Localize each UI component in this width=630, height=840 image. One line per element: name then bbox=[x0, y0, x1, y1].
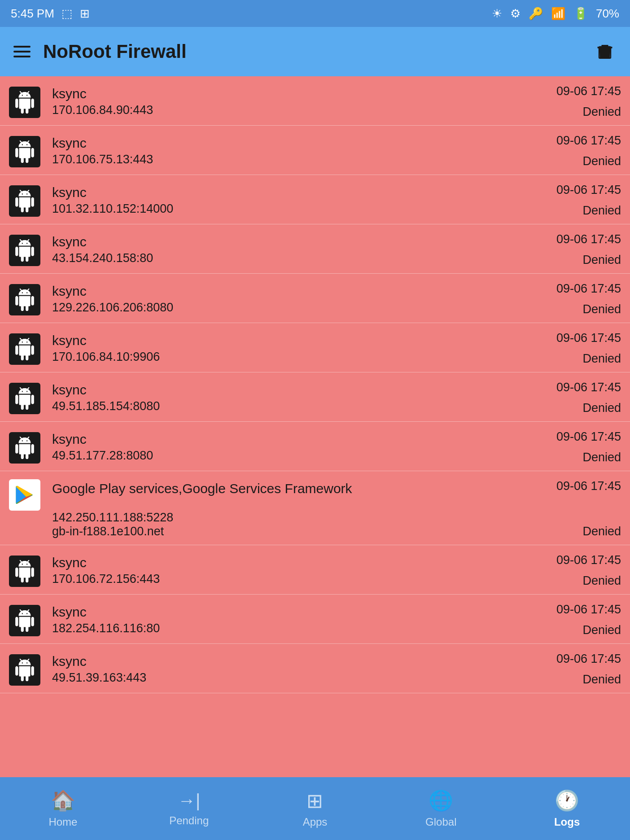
log-timestamp: 09-06 17:45 bbox=[556, 553, 621, 567]
nav-apps-label: Apps bbox=[303, 816, 328, 828]
svg-rect-3 bbox=[602, 45, 608, 47]
log-item[interactable]: ksync170.106.84.10:990609-06 17:45Denied bbox=[0, 323, 630, 372]
log-item[interactable]: ksync129.226.106.206:808009-06 17:45Deni… bbox=[0, 274, 630, 323]
nav-pending[interactable]: →| Pending bbox=[126, 777, 252, 840]
app-icon bbox=[9, 87, 40, 118]
app-icon bbox=[9, 284, 40, 315]
nav-logs-label: Logs bbox=[554, 816, 580, 828]
app-bar-left: NoRoot Firewall bbox=[13, 41, 187, 62]
app-icon bbox=[9, 479, 40, 511]
nav-home-label: Home bbox=[48, 816, 77, 828]
app-icon bbox=[9, 605, 40, 636]
log-timestamp: 09-06 17:45 bbox=[556, 652, 621, 666]
app-address: 49.51.185.154:8080 bbox=[45, 399, 556, 413]
nav-apps[interactable]: ⊞ Apps bbox=[252, 777, 378, 840]
log-item[interactable]: ksync43.154.240.158:8009-06 17:45Denied bbox=[0, 224, 630, 274]
app-address: 142.250.111.188:5228 bbox=[45, 511, 556, 525]
status-bar: 5:45 PM ⬚ ⊞ ☀ ⚙ 🔑 📶 🔋 70% bbox=[0, 0, 630, 27]
nav-home[interactable]: 🏠 Home bbox=[0, 777, 126, 840]
app-address: 182.254.116.116:80 bbox=[45, 621, 556, 635]
screenshot-icon: ⬚ bbox=[61, 7, 73, 21]
log-status: Denied bbox=[556, 574, 621, 590]
app-address: 101.32.110.152:14000 bbox=[45, 202, 556, 216]
app-name: ksync bbox=[45, 652, 556, 669]
log-timestamp: 09-06 17:45 bbox=[556, 603, 621, 617]
app-bar: NoRoot Firewall bbox=[0, 27, 630, 76]
app-icon bbox=[9, 136, 40, 167]
log-status: Denied bbox=[556, 154, 621, 170]
app-address: 49.51.177.28:8080 bbox=[45, 449, 556, 463]
app-name: ksync bbox=[45, 381, 556, 398]
app-address: 170.106.84.10:9906 bbox=[45, 350, 556, 364]
app-address: 129.226.106.206:8080 bbox=[45, 301, 556, 315]
log-status: Denied bbox=[556, 204, 621, 219]
app-name: ksync bbox=[45, 430, 556, 447]
grid-icon: ⊞ bbox=[80, 7, 90, 21]
log-timestamp: 09-06 17:45 bbox=[556, 381, 621, 394]
app-icon bbox=[9, 235, 40, 266]
app-name: Google Play services,Google Services Fra… bbox=[45, 479, 556, 496]
log-timestamp: 09-06 17:45 bbox=[556, 134, 621, 148]
battery-icon: 🔋 bbox=[573, 7, 588, 21]
app-name: ksync bbox=[45, 331, 556, 348]
app-domain: gb-in-f188.1e100.net bbox=[45, 525, 556, 540]
log-timestamp: 09-06 17:45 bbox=[556, 84, 621, 98]
bottom-nav: 🏠 Home →| Pending ⊞ Apps 🌐 Global 🕐 Logs bbox=[0, 777, 630, 840]
app-name: ksync bbox=[45, 603, 556, 620]
log-timestamp: 09-06 17:45 bbox=[556, 331, 621, 345]
app-name: ksync bbox=[45, 232, 556, 249]
app-icon bbox=[9, 333, 40, 365]
log-status: Denied bbox=[556, 253, 621, 269]
app-address: 170.106.72.156:443 bbox=[45, 572, 556, 586]
log-item[interactable]: ksync49.51.185.154:808009-06 17:45Denied bbox=[0, 372, 630, 422]
time-display: 5:45 PM bbox=[11, 7, 54, 21]
app-name: ksync bbox=[45, 84, 556, 101]
log-item[interactable]: ksync49.51.39.163:44309-06 17:45Denied bbox=[0, 644, 630, 693]
app-address: 49.51.39.163:443 bbox=[45, 671, 556, 685]
svg-rect-4 bbox=[598, 47, 612, 48]
app-name: ksync bbox=[45, 282, 556, 299]
log-timestamp: 09-06 17:45 bbox=[556, 479, 621, 493]
log-status: Denied bbox=[556, 451, 621, 466]
app-icon bbox=[9, 654, 40, 686]
log-status: Denied bbox=[556, 673, 621, 688]
nav-logs[interactable]: 🕐 Logs bbox=[504, 777, 630, 840]
delete-button[interactable] bbox=[593, 40, 617, 63]
log-timestamp: 09-06 17:45 bbox=[556, 430, 621, 444]
log-status: Denied bbox=[556, 352, 621, 368]
app-title: NoRoot Firewall bbox=[43, 41, 187, 62]
log-item[interactable]: ksync170.106.72.156:44309-06 17:45Denied bbox=[0, 545, 630, 595]
nav-pending-label: Pending bbox=[169, 814, 209, 827]
app-address: 43.154.240.158:80 bbox=[45, 251, 556, 265]
app-name: ksync bbox=[45, 183, 556, 200]
log-item[interactable]: Google Play services,Google Services Fra… bbox=[0, 471, 630, 545]
log-timestamp: 09-06 17:45 bbox=[556, 232, 621, 246]
log-item[interactable]: ksync170.106.75.13:44309-06 17:45Denied bbox=[0, 126, 630, 175]
log-timestamp: 09-06 17:45 bbox=[556, 282, 621, 296]
nav-global-label: Global bbox=[425, 816, 456, 828]
log-item[interactable]: ksync49.51.177.28:808009-06 17:45Denied bbox=[0, 422, 630, 471]
app-icon bbox=[9, 556, 40, 587]
log-status: Denied bbox=[556, 525, 621, 540]
menu-button[interactable] bbox=[13, 46, 31, 57]
app-address: 170.106.84.90:443 bbox=[45, 103, 556, 117]
log-list: ksync170.106.84.90:44309-06 17:45Denied … bbox=[0, 76, 630, 777]
apps-icon: ⊞ bbox=[306, 789, 323, 812]
log-status: Denied bbox=[556, 401, 621, 417]
log-item[interactable]: ksync182.254.116.116:8009-06 17:45Denied bbox=[0, 595, 630, 644]
app-icon bbox=[9, 383, 40, 414]
status-bar-right: ☀ ⚙ 🔑 📶 🔋 70% bbox=[492, 7, 619, 21]
wifi-icon: 📶 bbox=[551, 7, 565, 21]
brightness-icon: ☀ bbox=[492, 7, 502, 21]
log-status: Denied bbox=[556, 105, 621, 121]
app-icon bbox=[9, 185, 40, 217]
home-icon: 🏠 bbox=[51, 789, 75, 812]
app-name: ksync bbox=[45, 553, 556, 570]
nav-global[interactable]: 🌐 Global bbox=[378, 777, 504, 840]
log-item[interactable]: ksync170.106.84.90:44309-06 17:45Denied bbox=[0, 76, 630, 126]
global-icon: 🌐 bbox=[429, 789, 453, 812]
pending-icon: →| bbox=[178, 791, 200, 811]
battery-percentage: 70% bbox=[596, 7, 619, 21]
logs-icon: 🕐 bbox=[555, 789, 579, 812]
log-item[interactable]: ksync101.32.110.152:1400009-06 17:45Deni… bbox=[0, 175, 630, 224]
